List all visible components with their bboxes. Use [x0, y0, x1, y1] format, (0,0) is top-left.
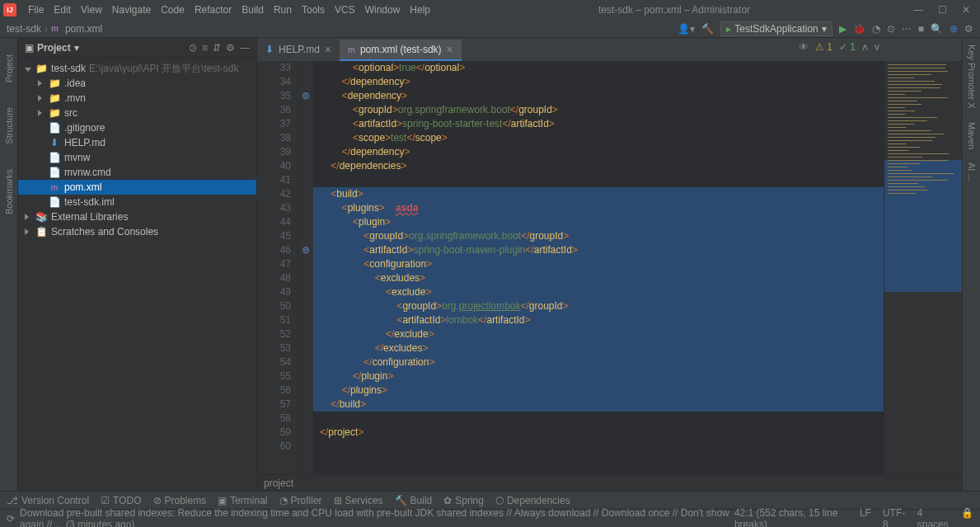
menu-run[interactable]: Run: [269, 4, 297, 16]
maven-icon: m: [48, 24, 62, 33]
readonly-lock-icon[interactable]: 🔒: [961, 507, 973, 528]
user-icon[interactable]: 👤▾: [678, 23, 695, 35]
menu-vcs[interactable]: VCS: [330, 4, 360, 16]
breadcrumb-file[interactable]: pom.xml: [62, 23, 106, 35]
menu-refactor[interactable]: Refactor: [190, 4, 237, 16]
code-editor[interactable]: <optional>true</optional> </dependency> …: [313, 61, 884, 474]
status-message[interactable]: Download pre-built shared indexes: Reduc…: [20, 507, 734, 528]
profile-icon[interactable]: ⊙: [887, 23, 895, 35]
rail-key-promoter-x[interactable]: Key Promoter X: [967, 45, 977, 109]
menu-code[interactable]: Code: [156, 4, 190, 16]
tool-services[interactable]: ⊞Services: [334, 495, 383, 506]
app-logo-icon: IJ: [3, 3, 16, 16]
gutter-icons[interactable]: ⊚⊚: [298, 61, 313, 474]
rail-maven[interactable]: Maven: [967, 122, 977, 149]
cursor-position[interactable]: 42:1 (552 chars, 15 line breaks): [734, 507, 848, 528]
tool-profiler[interactable]: ◔Profiler: [279, 495, 322, 506]
navigation-bar: test-sdk › m pom.xml 👤▾ 🔨 ▸TestSdkApplic…: [0, 20, 980, 38]
tree-item--gitignore[interactable]: 📄.gitignore: [18, 120, 256, 135]
menu-help[interactable]: Help: [405, 4, 435, 16]
tree-item-src[interactable]: 📁src: [18, 106, 256, 120]
tool-dependencies[interactable]: ⬡Dependencies: [495, 495, 570, 506]
tool-spring[interactable]: ✿Spring: [443, 495, 484, 506]
menu-window[interactable]: Window: [360, 4, 406, 16]
line-number-gutter[interactable]: 3334353637383940414243444546474849505152…: [257, 61, 298, 474]
tree-item-test-sdk[interactable]: 📁test-sdkE:\java\yupi\API 开放平台\test-sdk: [18, 61, 256, 76]
tree-item--idea[interactable]: 📁.idea: [18, 76, 256, 91]
tool-version-control[interactable]: ⎇Version Control: [7, 495, 89, 506]
menu-build[interactable]: Build: [237, 4, 269, 16]
editor-area: ⬇HELP.md×mpom.xml (test-sdk)× 👁 ⚠ 1 ✓ 1 …: [257, 38, 962, 491]
tab-pom-xml-test-sdk-[interactable]: mpom.xml (test-sdk)×: [340, 40, 462, 61]
debug-icon[interactable]: 🐞: [853, 23, 865, 35]
tool-terminal[interactable]: ▣Terminal: [218, 495, 267, 506]
menu-edit[interactable]: Edit: [49, 4, 76, 16]
tree-item--mvn[interactable]: 📁.mvn: [18, 91, 256, 106]
tab-help-md[interactable]: ⬇HELP.md×: [257, 40, 340, 61]
project-tool-window: ▣ Project ▾ ⊙ ≡ ⇵ ⚙ — 📁test-sdkE:\java\y…: [18, 38, 257, 491]
status-bar: ⟳ Download pre-built shared indexes: Red…: [0, 509, 980, 527]
build-icon[interactable]: 🔨: [701, 23, 714, 35]
hide-panel-icon[interactable]: —: [240, 42, 250, 54]
menu-navigate[interactable]: Navigate: [107, 4, 156, 16]
file-encoding[interactable]: UTF-8: [883, 507, 906, 528]
rail-structure[interactable]: Structure: [4, 107, 14, 144]
left-tool-rail: ProjectStructureBookmarks: [0, 38, 18, 491]
rail-ai-...[interactable]: AI ...: [967, 162, 977, 181]
run-configuration-dropdown[interactable]: ▸TestSdkApplication▾: [720, 21, 832, 36]
editor-breadcrumb[interactable]: project: [257, 474, 962, 491]
tree-item-test-sdk-iml[interactable]: 📄test-sdk.iml: [18, 195, 256, 209]
select-opened-icon[interactable]: ⊙: [189, 42, 197, 54]
window-title: test-sdk – pom.xml – Administrator: [435, 4, 913, 16]
maximize-icon[interactable]: ☐: [938, 4, 947, 16]
tool-todo[interactable]: ☑TODO: [101, 495, 141, 506]
tool-build[interactable]: 🔨Build: [395, 495, 433, 506]
indexing-indicator-icon[interactable]: ⟳: [7, 513, 15, 525]
project-tree[interactable]: 📁test-sdkE:\java\yupi\API 开放平台\test-sdk📁…: [18, 58, 256, 491]
search-icon[interactable]: 🔍: [931, 23, 943, 35]
coverage-icon[interactable]: ◔: [872, 23, 880, 35]
editor-inspections[interactable]: 👁 ⚠ 1 ✓ 1 ʌv: [799, 41, 879, 53]
panel-settings-icon[interactable]: ⚙: [226, 42, 235, 54]
tree-item-scratches-and-consoles[interactable]: 📋Scratches and Consoles: [18, 224, 256, 239]
menu-view[interactable]: View: [76, 4, 107, 16]
tree-item-external-libraries[interactable]: 📚External Libraries: [18, 209, 256, 224]
rail-project[interactable]: Project: [4, 54, 14, 82]
plugins-icon[interactable]: ⊕: [950, 23, 958, 35]
tree-item-mvnw[interactable]: 📄mvnw: [18, 150, 256, 165]
line-separator[interactable]: LF: [860, 507, 871, 528]
menu-file[interactable]: File: [23, 4, 49, 16]
right-tool-rail: Key Promoter XMavenAI ...: [962, 38, 980, 491]
minimap[interactable]: [884, 61, 962, 474]
panel-title: Project: [37, 42, 71, 54]
tab-close-icon[interactable]: ×: [325, 43, 331, 56]
breadcrumb-root[interactable]: test-sdk: [3, 23, 45, 35]
tree-item-help-md[interactable]: ⬇HELP.md: [18, 135, 256, 150]
settings-icon[interactable]: ⚙: [964, 23, 973, 35]
indent-setting[interactable]: 4 spaces: [917, 507, 950, 528]
tree-item-pom-xml[interactable]: mpom.xml: [18, 180, 256, 195]
tool-problems[interactable]: ⊘Problems: [153, 495, 207, 506]
hide-hints-icon[interactable]: 👁: [799, 41, 809, 53]
main-menu: FileEditViewNavigateCodeRefactorBuildRun…: [23, 4, 435, 16]
title-bar: IJ FileEditViewNavigateCodeRefactorBuild…: [0, 0, 980, 20]
more-run-icon[interactable]: ⋯: [902, 23, 912, 35]
tab-close-icon[interactable]: ×: [447, 43, 453, 56]
expand-all-icon[interactable]: ≡: [202, 42, 208, 54]
tree-item-mvnw-cmd[interactable]: 📄mvnw.cmd: [18, 165, 256, 180]
collapse-all-icon[interactable]: ⇵: [213, 42, 221, 54]
close-icon[interactable]: ✕: [962, 4, 970, 16]
minimize-icon[interactable]: —: [913, 4, 923, 16]
run-icon[interactable]: ▶: [839, 23, 846, 35]
rail-bookmarks[interactable]: Bookmarks: [4, 169, 14, 214]
stop-icon[interactable]: ■: [918, 23, 924, 35]
menu-tools[interactable]: Tools: [297, 4, 330, 16]
